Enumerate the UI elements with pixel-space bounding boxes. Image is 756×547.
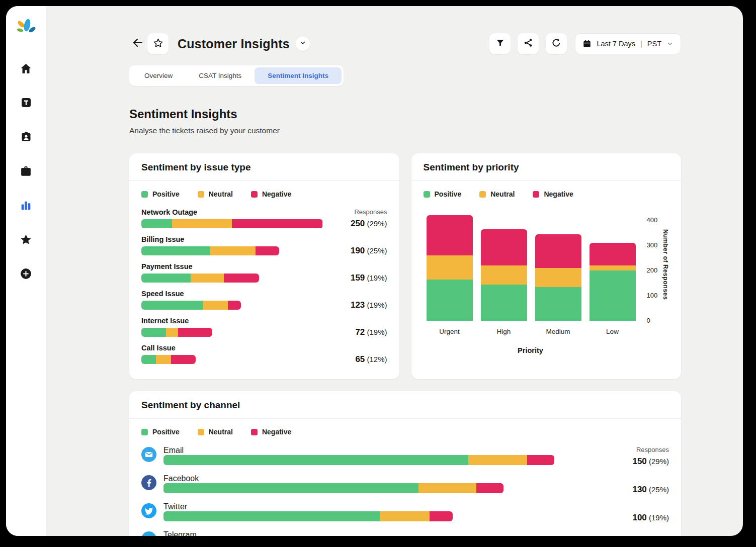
sidebar-item-analytics[interactable] — [15, 194, 37, 216]
bar-segment-neutral — [380, 511, 430, 521]
stacked-bar — [141, 274, 259, 283]
bar-segment-positive — [141, 355, 156, 364]
row-label: Facebook — [163, 474, 589, 483]
sidebar-item-create[interactable] — [15, 262, 37, 285]
responses-value: 130 (25%) — [589, 485, 669, 495]
legend-label: Negative — [544, 190, 573, 198]
bar-segment-neutral — [166, 328, 178, 337]
x-tick-label: Low — [590, 328, 636, 335]
responses-header: Responses — [323, 208, 387, 216]
channel-row-email: EmailResponses150 (29%) — [141, 446, 669, 467]
legend-label: Neutral — [490, 190, 515, 198]
bar-segment-positive — [163, 455, 468, 465]
card-title: Sentiment by issue type — [129, 153, 399, 181]
facebook-icon — [141, 475, 156, 490]
stacked-bar — [141, 219, 323, 228]
tab-overview[interactable]: Overview — [131, 67, 186, 84]
refresh-button[interactable] — [546, 33, 567, 54]
bar-segment-positive — [141, 219, 172, 228]
responses-value: 250 (29%) — [323, 219, 387, 229]
tab-bar: OverviewCSAT InsightsSentiment Insights — [129, 65, 344, 86]
bar-segment-negative — [224, 274, 259, 283]
legend-label: Neutral — [209, 190, 233, 198]
bar-chart-icon — [20, 199, 32, 212]
date-range-selector[interactable]: Last 7 Days | PST — [575, 33, 681, 54]
timezone-label: PST — [647, 40, 661, 48]
bar-segment-positive — [590, 270, 636, 321]
channel-row-facebook: Facebook.130 (25%) — [141, 474, 669, 495]
bar-segment-negative — [476, 483, 503, 493]
issue-row-speed-issue: Speed Issue.123 (19%) — [141, 290, 387, 310]
bar-segment-negative — [527, 455, 554, 465]
bar-segment-neutral — [156, 355, 171, 364]
legend-item-neutral: Neutral — [479, 190, 515, 198]
cards-row: Sentiment by issue type PositiveNeutralN… — [129, 153, 681, 379]
bar-segment-neutral — [468, 455, 527, 465]
plus-circle-icon — [20, 267, 32, 280]
stacked-bar — [141, 328, 212, 337]
legend-label: Positive — [152, 190, 180, 198]
page-header: Customer Insights — [129, 33, 681, 54]
channel-chart: EmailResponses150 (29%)Facebook.130 (25%… — [141, 446, 669, 536]
back-button[interactable] — [129, 33, 146, 54]
card-title: Sentiment by priority — [411, 153, 682, 181]
row-label: Speed Issue — [141, 290, 323, 298]
bar-segment-positive — [427, 280, 473, 321]
bar-segment-negative — [256, 246, 279, 255]
legend-item-negative: Negative — [251, 190, 291, 198]
issue-row-internet-issue: Internet Issue.72 (19%) — [141, 317, 387, 337]
issue-row-billing-issue: Billing Issue.190 (25%) — [141, 235, 387, 256]
row-label: Internet Issue — [141, 317, 323, 325]
legend-swatch — [141, 191, 148, 198]
chevron-down-icon — [299, 39, 306, 48]
legend-swatch — [479, 191, 486, 198]
stacked-bar — [141, 355, 196, 364]
sidebar-item-home[interactable] — [15, 57, 37, 79]
legend: PositiveNeutralNegative — [424, 190, 669, 198]
y-tick-label: 0 — [647, 317, 650, 324]
bar-segment-neutral — [590, 265, 636, 270]
issue-row-network-outage: Network OutageResponses250 (29%) — [141, 208, 387, 229]
responses-value: 190 (25%) — [323, 246, 387, 256]
priority-chart: 0100200300400 Number of Responses — [424, 208, 669, 321]
bar-segment-negative — [171, 355, 196, 364]
bar-segment-negative — [228, 301, 241, 310]
telegram-icon — [141, 531, 156, 536]
bar-segment-positive — [141, 328, 166, 337]
date-range-label: Last 7 Days — [597, 40, 635, 48]
sidebar-nav — [15, 57, 37, 297]
bar-segment-neutral — [203, 301, 228, 310]
tab-csat-insights[interactable]: CSAT Insights — [186, 67, 255, 84]
stacked-bar — [141, 301, 241, 310]
sidebar-item-contacts[interactable] — [15, 126, 37, 148]
legend-item-negative: Negative — [533, 190, 573, 198]
responses-header: Responses — [589, 446, 669, 453]
channel-row-twitter: Twitter.100 (19%) — [141, 502, 669, 523]
share-button[interactable] — [518, 33, 539, 54]
filter-button[interactable] — [489, 33, 511, 54]
bar-segment-negative — [232, 219, 322, 228]
row-label: Twitter — [163, 502, 589, 511]
bar-segment-negative — [178, 328, 212, 337]
title-dropdown-button[interactable] — [296, 37, 310, 51]
legend-label: Negative — [262, 428, 291, 436]
sidebar-item-workspace[interactable] — [15, 160, 37, 182]
favorite-button[interactable] — [147, 33, 169, 54]
date-divider: | — [640, 40, 642, 48]
twitter-icon — [141, 503, 156, 518]
tab-sentiment-insights[interactable]: Sentiment Insights — [255, 67, 342, 84]
star-icon — [20, 233, 32, 246]
page-title: Customer Insights — [178, 37, 290, 51]
sidebar-item-tickets[interactable] — [15, 92, 37, 114]
back-arrow-icon — [132, 37, 144, 51]
filter-funnel-icon — [495, 38, 505, 50]
stacked-bar — [141, 246, 279, 255]
stacked-bar — [163, 455, 554, 465]
responses-value: 100 (19%) — [589, 513, 669, 523]
issue-row-call-issue: Call Issue.65 (12%) — [141, 344, 387, 364]
issue-row-payment-issue: Payment Issue.159 (19%) — [141, 262, 387, 283]
bar-segment-positive — [535, 287, 581, 321]
bar-segment-neutral — [427, 255, 473, 280]
sidebar-item-favorites[interactable] — [15, 228, 37, 250]
bar-segment-negative — [535, 234, 581, 268]
